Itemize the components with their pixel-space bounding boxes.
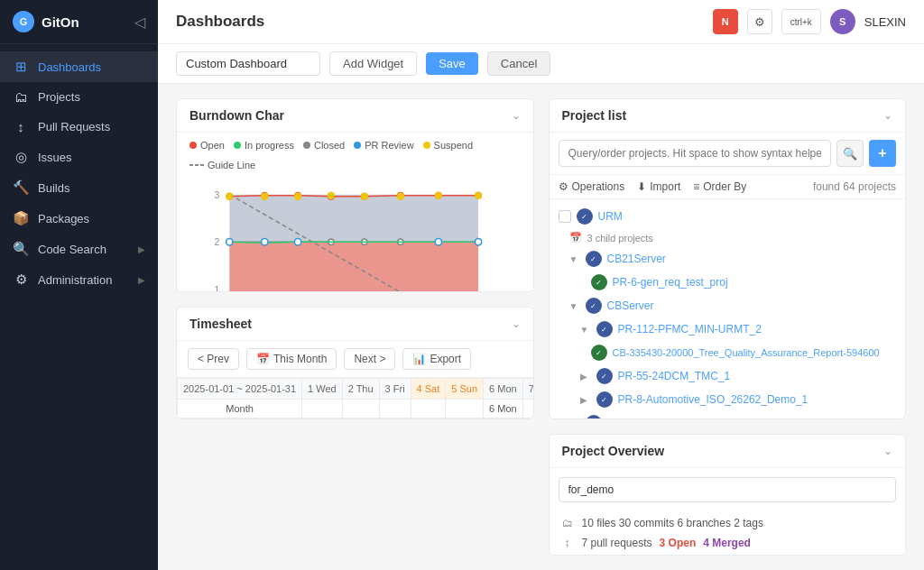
project-avatar: ✓	[586, 415, 602, 419]
list-item: ▶ ✓ PR-55-24DCM_TMC_1	[550, 364, 906, 388]
project-list-collapse-button[interactable]: ⌄	[883, 109, 892, 122]
shortcut-button[interactable]: ctrl+k	[781, 9, 821, 34]
child-projects-label: 3 child projects	[587, 233, 653, 244]
list-item: ▼ ✓ TestCBServer	[550, 411, 906, 419]
sidebar-item-builds[interactable]: 🔨 Builds	[0, 172, 158, 203]
sidebar-item-label: Packages	[38, 212, 89, 225]
import-button[interactable]: ⬇ Import	[637, 180, 680, 193]
builds-icon: 🔨	[13, 179, 29, 196]
svg-point-22	[294, 193, 300, 199]
chart-area-gray	[229, 195, 478, 243]
save-button[interactable]: Save	[426, 52, 478, 75]
folder-icon: 🗂	[560, 517, 575, 529]
project-overview-header: Project Overview ⌄	[550, 435, 906, 468]
list-item: ▼ ✓ CB21Server	[550, 247, 906, 271]
svg-point-21	[262, 193, 268, 199]
dashboard-name-input[interactable]	[176, 51, 320, 76]
export-button[interactable]: 📊 Export	[402, 348, 471, 370]
sidebar-nav: ⊞ Dashboards 🗂 Projects ↕ Pull Requests …	[0, 44, 158, 570]
svg-point-30	[294, 239, 300, 245]
legend-in-progress: In progress	[234, 140, 294, 151]
project-tree: ✓ URM 📅 3 child projects ▼ ✓ CB21Server …	[550, 199, 906, 419]
sidebar-logo: G GitOn	[13, 11, 79, 32]
project-demo-input[interactable]	[559, 477, 897, 502]
project-name-link[interactable]: PR-8-Automotive_ISO_26262_Demo_1	[618, 393, 808, 406]
project-name-link[interactable]: URM	[598, 210, 623, 223]
sidebar-item-code-search[interactable]: 🔍 Code Search ▶	[0, 234, 158, 264]
cancel-button[interactable]: Cancel	[487, 51, 550, 76]
project-name-link[interactable]: CBServer	[607, 299, 654, 312]
issues-icon: ◎	[13, 149, 29, 165]
prev-button[interactable]: < Prev	[188, 348, 239, 370]
list-item: ✓ PR-6-gen_req_test_proj	[550, 271, 906, 294]
burndown-collapse-button[interactable]: ⌄	[512, 109, 521, 122]
pull-requests-label: 7 pull requests	[582, 537, 652, 549]
chevron-right-icon[interactable]: ▶	[580, 372, 591, 382]
sidebar-item-projects[interactable]: 🗂 Projects	[0, 82, 158, 112]
sidebar-item-administration[interactable]: ⚙ Administration ▶	[0, 264, 158, 295]
chevron-down-icon[interactable]: ▼	[580, 325, 591, 335]
legend-closed: Closed	[303, 140, 345, 151]
legend-suspend: Suspend	[423, 140, 473, 151]
legend-pr-review-dot	[354, 142, 361, 149]
sidebar-item-issues[interactable]: ◎ Issues	[0, 142, 158, 172]
cell	[379, 400, 411, 418]
files-stat-row: 🗂 10 files 30 commits 6 branches 2 tags	[560, 517, 895, 529]
chevron-down-icon[interactable]: ▼	[569, 418, 580, 420]
project-name-link[interactable]: PR-112-PFMC_MIN-URMT_2	[618, 323, 762, 336]
sidebar-item-packages[interactable]: 📦 Packages	[0, 203, 158, 234]
cell-6mon: 6 Mon	[484, 400, 523, 418]
project-name-link[interactable]: PR-6-gen_req_test_proj	[613, 276, 728, 289]
topbar: Dashboards N ⚙ ctrl+k S SLEXIN	[158, 0, 924, 44]
sidebar-item-label: Administration	[38, 273, 112, 287]
project-avatar: ✓	[577, 208, 593, 225]
project-add-button[interactable]: +	[869, 140, 896, 167]
next-button[interactable]: Next >	[344, 348, 395, 370]
sidebar-item-pull-requests[interactable]: ↕ Pull Requests	[0, 112, 158, 142]
project-overview-card: Project Overview ⌄ 🗂 10 files 30 commits…	[549, 434, 907, 556]
project-checkbox[interactable]	[559, 210, 571, 223]
sidebar-item-dashboards[interactable]: ⊞ Dashboards	[0, 51, 158, 82]
cell	[342, 400, 379, 418]
legend-in-progress-label: In progress	[245, 140, 294, 151]
project-name-link[interactable]: CB-335430-20000_Tree_Quality_Assurance_R…	[613, 347, 880, 358]
col-1wed: 1 Wed	[302, 379, 343, 400]
timesheet-collapse-button[interactable]: ⌄	[512, 317, 521, 330]
project-overview-collapse-button[interactable]: ⌄	[883, 445, 892, 457]
user-name: SLEXIN	[864, 15, 906, 29]
burndown-title: Burndown Char	[189, 108, 284, 123]
chevron-right-icon[interactable]: ▶	[580, 395, 591, 405]
project-name-link[interactable]: PR-55-24DCM_TMC_1	[618, 370, 731, 382]
settings-button[interactable]: ⚙	[747, 9, 772, 34]
list-item: 📅 3 child projects	[550, 228, 906, 247]
legend-guide-line-label: Guide Line	[208, 160, 255, 170]
content-area: Burndown Char ⌄ Open In progress Closed	[158, 84, 924, 570]
operations-button[interactable]: ⚙ Operations	[559, 180, 625, 193]
project-name-link[interactable]: CB21Server	[607, 253, 666, 265]
svg-point-31	[435, 239, 441, 245]
topbar-right: N ⚙ ctrl+k S SLEXIN	[713, 9, 906, 34]
order-by-button[interactable]: ≡ Order By	[693, 180, 746, 193]
project-search-input[interactable]	[559, 140, 832, 167]
project-search-button[interactable]: 🔍	[836, 140, 864, 167]
sidebar-item-label: Projects	[38, 90, 80, 104]
calendar-button[interactable]: 📅 This Month	[246, 348, 337, 370]
svg-text:1: 1	[214, 284, 219, 292]
timesheet-card: Timesheet ⌄ < Prev 📅 This Month Next > 📊…	[176, 307, 534, 419]
notification-button[interactable]: N	[713, 9, 738, 34]
svg-point-26	[435, 192, 441, 198]
list-item: ▶ ✓ PR-8-Automotive_ISO_26262_Demo_1	[550, 388, 906, 411]
cell	[302, 400, 343, 418]
svg-point-20	[226, 193, 233, 199]
legend-open-dot	[189, 142, 197, 149]
chevron-down-icon[interactable]: ▼	[569, 254, 580, 264]
col-6mon: 6 Mon	[484, 379, 523, 400]
project-name-link[interactable]: TestCBServer	[607, 417, 674, 419]
sidebar-collapse-button[interactable]: ◁	[134, 14, 145, 31]
chart-area-red	[229, 242, 478, 292]
svg-point-27	[475, 192, 481, 198]
add-widget-button[interactable]: Add Widget	[329, 51, 417, 76]
projects-icon: 🗂	[13, 89, 29, 105]
list-item: ▼ ✓ CBServer	[550, 294, 906, 317]
chevron-down-icon[interactable]: ▼	[569, 301, 580, 311]
